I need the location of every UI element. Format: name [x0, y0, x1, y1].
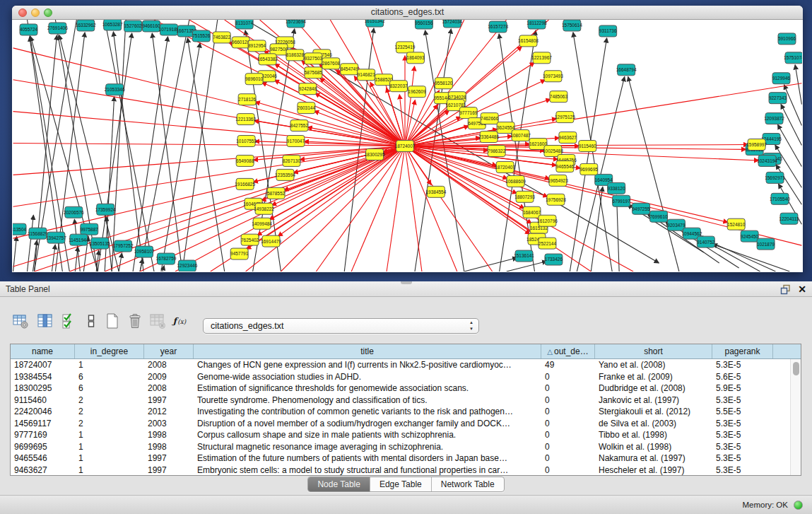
graph-node[interactable]: 10807487 — [510, 130, 531, 141]
table-row[interactable]: 969969511998Structural magnetic resonanc… — [11, 441, 801, 453]
table-row[interactable]: 911546021997Tourette syndrome. Phenomeno… — [11, 395, 801, 407]
graph-node[interactable]: 17359924 — [95, 204, 116, 215]
graph-node[interactable]: 15723694 — [286, 20, 306, 28]
graph-node[interactable]: 12093872 — [764, 113, 784, 124]
graph-node[interactable]: 11451944 — [69, 234, 89, 245]
column-header-short[interactable]: short — [595, 344, 712, 358]
window-titlebar[interactable]: citations_edges.txt — [12, 6, 803, 20]
graph-node[interactable]: 1864093 — [406, 52, 425, 64]
table-row[interactable]: 1456911722003Disruption of a novel membe… — [11, 418, 801, 430]
graph-node[interactable]: 15751074 — [784, 52, 802, 64]
table-panel-header[interactable]: Table Panel ✕ — [0, 281, 812, 297]
graph-node[interactable]: 17105540 — [770, 193, 790, 204]
row-height-icon[interactable] — [82, 311, 100, 331]
new-column-icon[interactable] — [103, 311, 122, 331]
function-builder-icon[interactable]: ƒ (x) — [172, 311, 190, 331]
column-header-outde[interactable]: △out_de… — [541, 344, 595, 358]
graph-node[interactable]: 1524810 — [727, 218, 746, 230]
graph-node[interactable]: 16543382 — [257, 54, 278, 65]
graph-node[interactable]: 12213363 — [235, 114, 256, 125]
graph-node[interactable]: 8427552 — [290, 120, 309, 132]
graph-node[interactable]: 5875685 — [305, 67, 323, 78]
graph-node[interactable]: 9146821 — [358, 69, 376, 81]
graph-node[interactable]: 11568829 — [28, 228, 48, 239]
close-button[interactable] — [18, 8, 27, 17]
graph-node[interactable]: 19384554 — [425, 186, 446, 197]
graph-node[interactable]: 19654923 — [548, 175, 568, 186]
zoom-button[interactable] — [44, 8, 52, 17]
network-canvas[interactable]: 4055724276914061633296210653287152760294… — [13, 20, 802, 271]
column-header-year[interactable]: year — [144, 344, 194, 358]
splitter-handle[interactable] — [401, 281, 412, 284]
tab-edge-table[interactable]: Edge Table — [370, 477, 432, 491]
memory-ok-indicator-icon[interactable] — [794, 501, 803, 510]
graph-node[interactable]: 7699610 — [649, 211, 668, 222]
graph-node[interactable]: 16782759 — [156, 253, 177, 264]
graph-node[interactable]: 20206576 — [64, 206, 84, 218]
graph-node[interactable]: 5910966 — [778, 33, 796, 45]
graph-node[interactable]: 12204111 — [779, 213, 799, 224]
graph-node[interactable]: 1733426 — [545, 254, 563, 265]
table-row[interactable]: 946362711997Embryonic stem cells: a mode… — [11, 465, 801, 477]
scrollbar-thumb[interactable] — [793, 362, 799, 375]
table-mode-icon[interactable] — [11, 311, 30, 331]
graph-node[interactable]: 18300295 — [365, 148, 385, 160]
graph-node[interactable]: 9463627 — [559, 132, 577, 144]
delete-column-icon[interactable] — [126, 311, 144, 331]
network-view-window[interactable]: citations_edges.txt 40557242769140616332… — [12, 6, 803, 272]
tab-network-table[interactable]: Network Table — [432, 477, 504, 491]
graph-node[interactable]: 5878552 — [267, 187, 286, 199]
graph-node[interactable]: 10107553 — [236, 136, 257, 147]
graph-node[interactable]: 27691406 — [47, 23, 68, 34]
graph-node[interactable]: 2867608 — [322, 58, 341, 69]
graph-node[interactable]: 8131074 — [235, 20, 254, 29]
graph-node[interactable]: 8267130 — [283, 155, 301, 166]
table-row[interactable]: 2242004622012Investigating the contribut… — [11, 406, 801, 418]
column-header-pagerank[interactable]: pagerank — [712, 344, 773, 358]
graph-node[interactable]: 13942757 — [46, 232, 66, 243]
graph-node[interactable]: 7462666 — [481, 113, 499, 124]
tab-node-table[interactable]: Node Table — [308, 477, 370, 491]
close-panel-icon[interactable]: ✕ — [798, 281, 806, 297]
graph-node[interactable]: 8186328 — [286, 49, 305, 61]
graph-node[interactable]: 9660128 — [232, 37, 250, 48]
graph-node[interactable]: 12353594 — [275, 169, 295, 180]
graph-node[interactable]: 16157278 — [488, 21, 508, 33]
graph-node[interactable]: 6799197 — [613, 195, 631, 206]
graph-node[interactable]: 9129946 — [772, 73, 791, 84]
graph-node[interactable]: 9242848 — [299, 83, 317, 95]
graph-node[interactable]: 12213967 — [531, 52, 552, 64]
graph-node[interactable]: 16914479 — [261, 235, 281, 247]
graph-node[interactable]: 17957252 — [113, 240, 134, 252]
graph-node[interactable]: 21053346 — [105, 84, 125, 95]
graph-node[interactable]: 9245450 — [741, 230, 759, 242]
column-header-name[interactable]: name — [11, 344, 75, 358]
graph-node[interactable]: 9975887 — [81, 223, 99, 235]
graph-node[interactable]: 7463822 — [213, 32, 231, 43]
graph-node[interactable]: 9115460 — [579, 141, 596, 152]
graph-node[interactable]: 18807293 — [514, 191, 535, 202]
graph-node[interactable]: 8322037 — [389, 81, 408, 92]
graph-node[interactable]: 16120796 — [537, 215, 558, 226]
select-columns-icon[interactable] — [59, 311, 78, 331]
graph-node[interactable]: 7986322 — [488, 146, 506, 157]
graph-node[interactable]: 9140752 — [697, 236, 715, 247]
graph-node[interactable]: 7515526 — [192, 30, 211, 42]
graph-node[interactable]: 12325419 — [395, 42, 416, 53]
graph-node[interactable]: 9558120 — [435, 78, 453, 89]
graph-node[interactable]: 15692971 — [765, 172, 785, 183]
graph-node[interactable]: 9170047 — [287, 136, 305, 147]
graph-node[interactable]: 16154808 — [518, 35, 539, 47]
graph-node[interactable]: 19166825 — [235, 178, 255, 189]
graph-node[interactable]: 18112298 — [526, 20, 547, 29]
graph-node[interactable]: 13505135 — [90, 238, 110, 249]
graph-node[interactable]: 15724034 — [442, 20, 462, 28]
column-header-indegree[interactable]: in_degree — [75, 344, 144, 358]
graph-node[interactable]: 9227343 — [769, 93, 787, 104]
graph-node[interactable]: 10653287 — [102, 20, 123, 30]
graph-node[interactable]: 9465546 — [556, 160, 575, 172]
graph-node[interactable]: 10958107 — [134, 246, 155, 257]
graph-node[interactable]: 12923446 — [177, 260, 197, 271]
graph-node[interactable]: 8912954 — [248, 40, 266, 52]
vertical-scrollbar[interactable] — [790, 359, 801, 475]
